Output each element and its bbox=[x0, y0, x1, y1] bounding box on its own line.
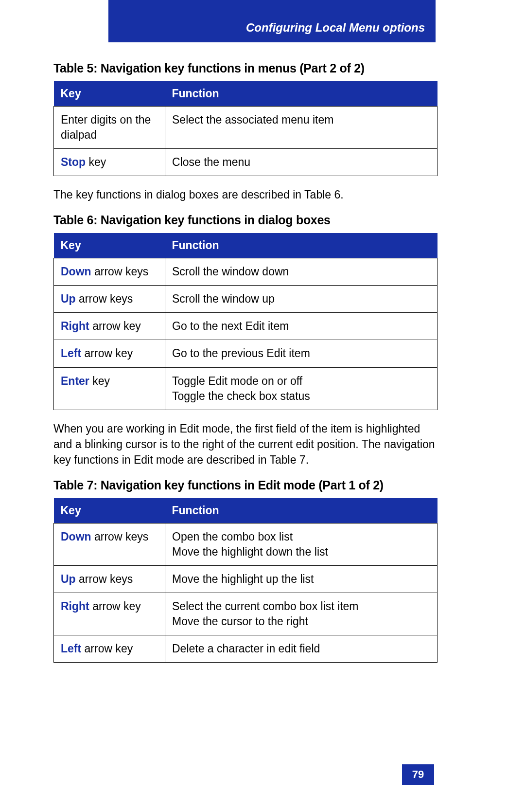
table-row: Left arrow key Go to the previous Edit i… bbox=[54, 340, 438, 367]
table-row: Right arrow key Go to the next Edit item bbox=[54, 313, 438, 340]
key-bold: Right bbox=[61, 600, 89, 613]
table-row: Enter digits on the dialpad Select the a… bbox=[54, 107, 438, 149]
func-cell: Scroll the window down bbox=[165, 258, 438, 286]
func-cell: Go to the next Edit item bbox=[165, 313, 438, 340]
key-rest: arrow key bbox=[81, 642, 133, 655]
func-cell: Toggle Edit mode on or offToggle the che… bbox=[165, 367, 438, 410]
func-cell: Close the menu bbox=[165, 149, 438, 176]
section-title: Configuring Local Menu options bbox=[246, 21, 425, 35]
key-bold: Enter bbox=[61, 375, 89, 387]
table-row: Down arrow keys Open the combo box listM… bbox=[54, 523, 438, 566]
key-bold: Down bbox=[61, 530, 91, 543]
func-cell: Select the current combo box list itemMo… bbox=[165, 593, 438, 635]
key-cell: Up arrow keys bbox=[54, 566, 165, 593]
table-header-row: Key Function bbox=[54, 498, 438, 523]
table-header-row: Key Function bbox=[54, 233, 438, 258]
paragraph-1: The key functions in dialog boxes are de… bbox=[53, 187, 438, 202]
key-bold: Down bbox=[61, 265, 91, 278]
func-cell: Scroll the window up bbox=[165, 286, 438, 313]
key-rest: key bbox=[86, 156, 106, 168]
table-row: Up arrow keys Scroll the window up bbox=[54, 286, 438, 313]
key-rest: arrow keys bbox=[91, 265, 149, 278]
table5-head-func: Function bbox=[165, 81, 438, 107]
table7-head-key: Key bbox=[54, 498, 165, 523]
key-rest: key bbox=[89, 375, 110, 387]
section-header-tab: Configuring Local Menu options bbox=[108, 0, 436, 42]
table5-caption: Table 5: Navigation key functions in men… bbox=[53, 61, 438, 75]
table5: Key Function Enter digits on the dialpad… bbox=[53, 81, 438, 176]
key-cell: Enter key bbox=[54, 367, 165, 410]
key-cell: Right arrow key bbox=[54, 593, 165, 635]
func-cell: Delete a character in edit field bbox=[165, 635, 438, 663]
table6: Key Function Down arrow keys Scroll the … bbox=[53, 233, 438, 410]
table-row: Left arrow key Delete a character in edi… bbox=[54, 635, 438, 663]
key-bold: Left bbox=[61, 642, 81, 655]
key-bold: Up bbox=[61, 573, 76, 585]
paragraph-2: When you are working in Edit mode, the f… bbox=[53, 421, 438, 468]
key-rest: arrow keys bbox=[76, 292, 133, 305]
key-cell: Down arrow keys bbox=[54, 523, 165, 566]
key-cell: Up arrow keys bbox=[54, 286, 165, 313]
key-cell: Right arrow key bbox=[54, 313, 165, 340]
key-cell: Left arrow key bbox=[54, 635, 165, 663]
func-cell: Move the highlight up the list bbox=[165, 566, 438, 593]
key-bold: Up bbox=[61, 292, 76, 305]
table6-head-func: Function bbox=[165, 233, 438, 258]
table-row: Right arrow key Select the current combo… bbox=[54, 593, 438, 635]
table7-head-func: Function bbox=[165, 498, 438, 523]
key-bold: Right bbox=[61, 320, 89, 332]
func-cell: Go to the previous Edit item bbox=[165, 340, 438, 367]
table5-head-key: Key bbox=[54, 81, 165, 107]
key-cell: Enter digits on the dialpad bbox=[54, 107, 165, 149]
key-rest: arrow key bbox=[89, 600, 141, 613]
key-rest: Enter digits on the dialpad bbox=[61, 113, 151, 141]
key-rest: arrow key bbox=[81, 347, 133, 360]
table-row: Up arrow keys Move the highlight up the … bbox=[54, 566, 438, 593]
page-content: Table 5: Navigation key functions in men… bbox=[53, 53, 438, 663]
key-rest: arrow keys bbox=[91, 530, 149, 543]
table-row: Enter key Toggle Edit mode on or offTogg… bbox=[54, 367, 438, 410]
table-header-row: Key Function bbox=[54, 81, 438, 107]
table7-caption: Table 7: Navigation key functions in Edi… bbox=[53, 478, 438, 492]
key-cell: Left arrow key bbox=[54, 340, 165, 367]
page-number: 79 bbox=[402, 764, 434, 785]
table6-caption: Table 6: Navigation key functions in dia… bbox=[53, 213, 438, 227]
key-rest: arrow key bbox=[89, 320, 141, 332]
key-rest: arrow keys bbox=[76, 573, 133, 585]
table7: Key Function Down arrow keys Open the co… bbox=[53, 498, 438, 663]
key-bold: Left bbox=[61, 347, 81, 360]
key-cell: Down arrow keys bbox=[54, 258, 165, 286]
key-bold: Stop bbox=[61, 156, 86, 168]
func-cell: Select the associated menu item bbox=[165, 107, 438, 149]
func-cell: Open the combo box listMove the highligh… bbox=[165, 523, 438, 566]
table6-head-key: Key bbox=[54, 233, 165, 258]
table-row: Down arrow keys Scroll the window down bbox=[54, 258, 438, 286]
table-row: Stop key Close the menu bbox=[54, 149, 438, 176]
key-cell: Stop key bbox=[54, 149, 165, 176]
